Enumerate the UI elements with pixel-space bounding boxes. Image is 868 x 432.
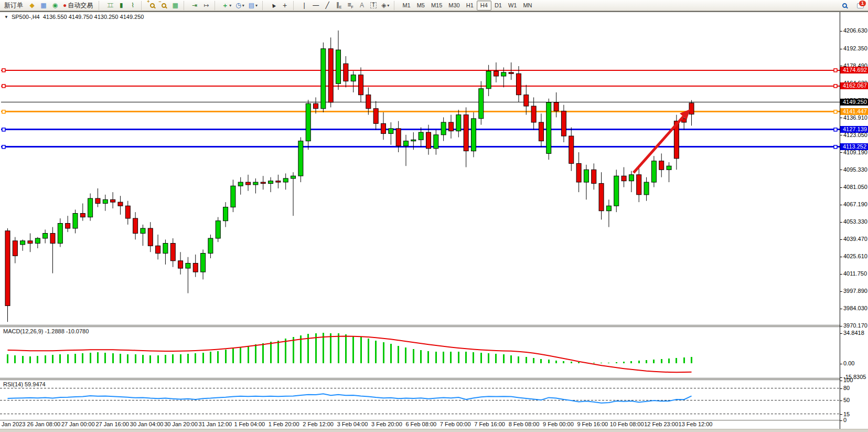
charts-window-icon: ▦ <box>40 2 46 8</box>
chart-shift-button[interactable]: ↦ <box>200 1 212 10</box>
toolbar-separator <box>141 1 145 10</box>
fibonacci-button[interactable]: ≡F <box>345 1 356 10</box>
timeframe-button-d1[interactable]: D1 <box>491 1 505 10</box>
macd-label: MACD(12,26,9) -1.2888 -10.0780 <box>3 328 89 334</box>
rsi-pane[interactable]: RSI(14) 59.9474 <box>0 380 840 420</box>
time-axis-label: 27 Jan 00:00 <box>61 421 95 427</box>
price-line-label: 4141.447 <box>840 108 868 115</box>
axis-tick-label: 4053.330 <box>840 218 867 225</box>
axis-tick-label: 4025.610 <box>840 253 867 259</box>
toolbar-separator <box>215 1 218 10</box>
axis-tick-label: 15 <box>840 411 850 417</box>
time-axis-label: 10 Feb 08:00 <box>610 421 644 427</box>
arrows-button[interactable]: ◈▾ <box>379 1 391 10</box>
vertical-line-button[interactable]: | <box>298 1 310 10</box>
axis-tick-label: 4095.330 <box>840 166 867 173</box>
chevron-down-icon[interactable]: ▼ <box>4 15 8 19</box>
time-axis-label: 6 Feb 08:00 <box>405 421 436 427</box>
crosshair-icon: + <box>283 2 287 9</box>
time-axis-label: 27 Jan 16:00 <box>95 421 129 427</box>
signals-button[interactable]: ◉ <box>49 1 61 10</box>
time-axis-label: 7 Feb 16:00 <box>474 421 505 427</box>
zoom-out-button[interactable]: − <box>158 1 169 10</box>
axis-tick-label: 4081.050 <box>840 184 867 190</box>
timeframe-button-h4[interactable]: H4 <box>477 1 491 10</box>
trendline-icon: ╱ <box>326 2 329 8</box>
clock-icon: ◷ <box>235 2 241 8</box>
horizontal-line-button[interactable]: — <box>310 1 322 10</box>
templates-button[interactable]: ▤▾ <box>247 1 260 10</box>
auto-scroll-button[interactable]: ⇥ <box>189 1 200 10</box>
timeframe-button-w1[interactable]: W1 <box>505 1 520 10</box>
text-label-button[interactable]: T <box>368 1 379 10</box>
auto-trading-button[interactable]: ● 自动交易 <box>61 1 96 10</box>
time-axis-label: 9 Feb 16:00 <box>577 421 608 427</box>
chevron-down-icon: ▾ <box>387 3 389 8</box>
channel-button[interactable]: ∥E <box>333 1 345 10</box>
axis-tick-label: 0.00 <box>840 360 854 366</box>
axis-tick-label: 4206.630 <box>840 27 867 34</box>
chevron-down-icon: ▾ <box>242 3 244 8</box>
bottom-scroll-strip[interactable] <box>0 429 868 432</box>
axis-tick-label: 34.8418 <box>840 330 864 336</box>
toolbar-separator <box>394 1 398 10</box>
axis-tick-label: 4039.470 <box>840 236 867 242</box>
main-chart-pane[interactable]: ▼ SP500-,H4 4136.550 4149.750 4130.250 4… <box>0 12 840 325</box>
fibonacci-icon: ≡F <box>347 2 353 9</box>
axis-tick-label: 3984.030 <box>840 305 867 311</box>
timeframe-toolbar: M1M5M15M30H1H4D1W1MN <box>399 1 535 10</box>
price-axis[interactable]: 4206.6304192.3504178.4904164.6304150.770… <box>840 12 868 429</box>
search-icon <box>842 3 847 8</box>
chat-button[interactable]: 1 <box>854 1 866 10</box>
chart-header: ▼ SP500-,H4 4136.550 4149.750 4130.250 4… <box>4 14 144 20</box>
horizontal-line-icon: — <box>313 2 319 8</box>
rsi-label: RSI(14) 59.9474 <box>3 381 46 387</box>
order-icon-button[interactable]: ◆ <box>26 1 38 10</box>
axis-tick-label: 3997.890 <box>840 288 867 294</box>
tile-windows-icon: ▦ <box>173 2 178 8</box>
chevron-down-icon: ▾ <box>255 3 258 8</box>
timeframe-button-mn[interactable]: MN <box>520 1 535 10</box>
timeframe-button-m1[interactable]: M1 <box>399 1 413 10</box>
crosshair-button[interactable]: + <box>279 1 291 10</box>
toolbar-separator <box>99 1 102 10</box>
candlestick-chart-button[interactable]: ▮ <box>115 1 127 10</box>
time-axis-label: 26 Jan 08:00 <box>27 421 61 427</box>
timeframe-button-m15[interactable]: M15 <box>428 1 445 10</box>
order-icon: ◆ <box>29 2 34 8</box>
zoom-in-button[interactable]: + <box>146 1 158 10</box>
timeframe-button-h1[interactable]: H1 <box>463 1 477 10</box>
template-icon: ▤ <box>249 2 254 8</box>
zoom-in-icon <box>150 3 155 8</box>
new-order-label: 新订单 <box>3 1 24 10</box>
search-button[interactable] <box>839 1 850 10</box>
time-axis-label: 3 Feb 20:00 <box>371 421 402 427</box>
chart-window: ▼ SP500-,H4 4136.550 4149.750 4130.250 4… <box>0 11 868 431</box>
time-axis[interactable]: 25 Jan 202326 Jan 08:0027 Jan 00:0027 Ja… <box>0 420 840 428</box>
new-order-button[interactable]: 新订单 <box>1 1 26 10</box>
auto-trading-label: 自动交易 <box>67 1 94 10</box>
chart-ohlc-values: 4136.550 4149.750 4130.250 4149.250 <box>43 14 144 20</box>
bar-chart-button[interactable]: ⌶⌶ <box>104 1 115 10</box>
time-axis-label: 30 Jan 04:00 <box>130 421 164 427</box>
axis-tick-label: 4136.910 <box>840 114 867 121</box>
macd-pane[interactable]: MACD(12,26,9) -1.2888 -10.0780 <box>0 327 840 378</box>
axis-tick-label: 4067.190 <box>840 201 867 207</box>
tile-windows-button[interactable]: ▦ <box>169 1 181 10</box>
vertical-line-icon: | <box>304 2 305 8</box>
charts-window-button[interactable]: ▦ <box>38 1 49 10</box>
candlestick-chart-icon: ▮ <box>120 2 123 8</box>
timeframe-button-m5[interactable]: M5 <box>414 1 428 10</box>
periods-button[interactable]: ◷▾ <box>233 1 247 10</box>
add-indicator-button[interactable]: ＋▾ <box>220 1 233 10</box>
cursor-button[interactable]: ▲ <box>267 1 279 10</box>
line-chart-button[interactable]: ⌇ <box>127 1 138 10</box>
add-indicator-icon: ＋ <box>222 2 228 8</box>
trendline-button[interactable]: ╱ <box>322 1 333 10</box>
chart-shift-icon: ↦ <box>203 2 209 8</box>
timeframe-button-m30[interactable]: M30 <box>445 1 463 10</box>
axis-tick-label: 4011.750 <box>840 270 867 277</box>
text-button[interactable]: A <box>356 1 368 10</box>
chart-symbol-period: SP500-,H4 <box>12 14 40 20</box>
macd-canvas <box>0 327 840 378</box>
